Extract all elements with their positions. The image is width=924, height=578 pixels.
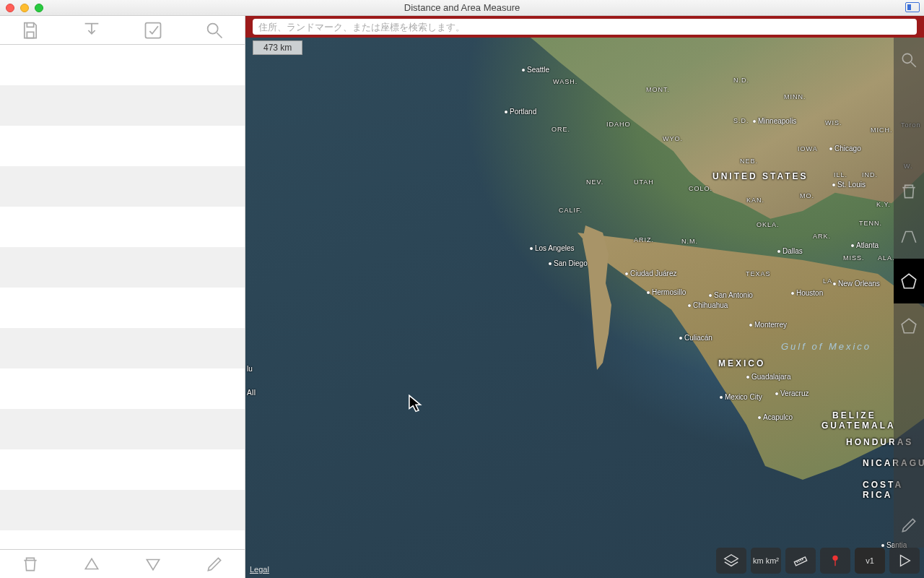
- sidebar-top-toolbar: [0, 16, 245, 45]
- list-item[interactable]: [0, 247, 245, 288]
- list-item[interactable]: [0, 85, 245, 126]
- city: Atlanta: [851, 241, 879, 249]
- import-button[interactable]: [61, 16, 123, 44]
- statelbl: ORE.: [552, 126, 570, 133]
- sealabel: Gulf of Mexico: [781, 341, 871, 352]
- city: Culiacán: [679, 334, 712, 342]
- statelbl: WASH.: [553, 78, 578, 85]
- tool-trash-button[interactable]: [894, 169, 924, 214]
- list-item[interactable]: [0, 207, 245, 247]
- city: Houston: [791, 289, 823, 297]
- list-item[interactable]: [0, 45, 245, 85]
- city: Chihuahua: [688, 301, 728, 309]
- list-item[interactable]: [0, 490, 245, 530]
- city: Hermosillo: [647, 288, 686, 296]
- save-button[interactable]: [0, 16, 61, 44]
- statelbl: N.M.: [681, 238, 698, 245]
- countrylbl: GUATEMALA: [821, 420, 896, 431]
- list-item[interactable]: [0, 166, 245, 207]
- statelbl: TEXAS: [746, 270, 771, 277]
- legal-link[interactable]: Legal: [250, 565, 269, 574]
- statelbl: ILL.: [834, 171, 847, 178]
- list-item[interactable]: [0, 328, 245, 368]
- city: Guadalajara: [746, 373, 790, 381]
- pin-button[interactable]: [820, 548, 850, 574]
- map-scale: 473 km: [253, 40, 302, 55]
- city-nodot: AII: [247, 389, 256, 397]
- sidebar-bottom-toolbar: [0, 549, 245, 578]
- statelbl: ALA.: [878, 254, 895, 262]
- statelbl: NEV.: [586, 178, 603, 186]
- statelbl: N.D.: [733, 77, 749, 84]
- city: Mexico City: [720, 393, 762, 401]
- search-button[interactable]: [183, 16, 245, 44]
- statelbl: IOWA: [798, 145, 818, 152]
- statelbl: NEB.: [740, 158, 758, 165]
- move-down-button[interactable]: [123, 550, 184, 578]
- tool-polygon-button[interactable]: [894, 259, 924, 303]
- list-item[interactable]: [0, 449, 245, 490]
- city: Veracruz: [775, 389, 808, 397]
- map-canvas[interactable]: UNITED STATESMEXICOGUATEMALAHONDURASNICA…: [245, 16, 924, 578]
- list-item[interactable]: [0, 126, 245, 166]
- play-button[interactable]: [889, 548, 920, 574]
- city: Minneapolis: [753, 117, 796, 125]
- statelbl: MONT.: [646, 86, 670, 93]
- city: Portland: [505, 108, 536, 116]
- map-tools-sidebar: [894, 38, 924, 548]
- search-input[interactable]: [253, 19, 917, 35]
- mouse-cursor-icon: [408, 394, 424, 418]
- list-item[interactable]: [0, 288, 245, 328]
- statelbl: KAN.: [746, 197, 764, 204]
- statelbl: CALIF.: [559, 207, 583, 214]
- city: Monterrey: [749, 321, 787, 329]
- statelbl: IDAHO: [606, 121, 631, 128]
- statelbl: COLO.: [689, 185, 712, 192]
- layers-button[interactable]: [716, 548, 746, 574]
- statelbl: MISS.: [843, 254, 865, 262]
- countrylbl: UNITED STATES: [712, 171, 808, 181]
- move-up-button[interactable]: [61, 550, 123, 578]
- list-item[interactable]: [0, 368, 245, 409]
- map-area[interactable]: 473 km Legal UNITED STATESMEXICOGUATEMAL…: [245, 16, 924, 578]
- window-titlebar: Distance and Area Measure: [0, 0, 924, 16]
- svg-point-1: [207, 23, 217, 33]
- tool-polygon-outline-button[interactable]: [894, 303, 924, 348]
- statelbl: K.Y.: [876, 201, 891, 208]
- delete-button[interactable]: [0, 550, 61, 578]
- city: Acapulco: [758, 413, 793, 421]
- statelbl: S.D.: [733, 117, 749, 124]
- check-mark-button[interactable]: [123, 16, 184, 44]
- units-button[interactable]: km km²: [751, 548, 781, 574]
- city: San Diego: [549, 259, 588, 267]
- search-bar: [245, 16, 924, 38]
- ruler-button[interactable]: [785, 548, 816, 574]
- city: Ciudad Juárez: [625, 269, 676, 277]
- statelbl: WIS.: [825, 119, 842, 126]
- statelbl: MINN.: [784, 93, 806, 100]
- statelbl: IND.: [862, 171, 878, 178]
- tool-search-button[interactable]: [894, 38, 924, 82]
- statelbl: WYO.: [663, 135, 683, 142]
- city: Seattle: [522, 66, 549, 74]
- toggle-right-panel-button[interactable]: [905, 2, 920, 12]
- statelbl: MO.: [800, 192, 814, 199]
- list-item[interactable]: [0, 409, 245, 449]
- statelbl: OKLA.: [757, 221, 780, 228]
- measurements-list[interactable]: [0, 45, 245, 549]
- edit-button[interactable]: [183, 550, 245, 578]
- countrylbl: BELIZE: [832, 410, 876, 420]
- svg-point-4: [832, 556, 837, 561]
- version-button[interactable]: v1: [855, 548, 885, 574]
- svg-rect-0: [145, 22, 160, 38]
- svg-point-2: [902, 53, 912, 63]
- tool-pencil-button[interactable]: [894, 503, 924, 548]
- window-title: Distance and Area Measure: [0, 2, 924, 13]
- city: San Antonio: [709, 291, 753, 299]
- statelbl: TENN.: [859, 220, 882, 227]
- sidebar: [0, 16, 245, 578]
- city: Dallas: [777, 247, 803, 255]
- tool-path-button[interactable]: [894, 214, 924, 259]
- countrylbl: MEXICO: [718, 358, 765, 368]
- map-bottom-toolbar: km km² v1: [716, 548, 920, 574]
